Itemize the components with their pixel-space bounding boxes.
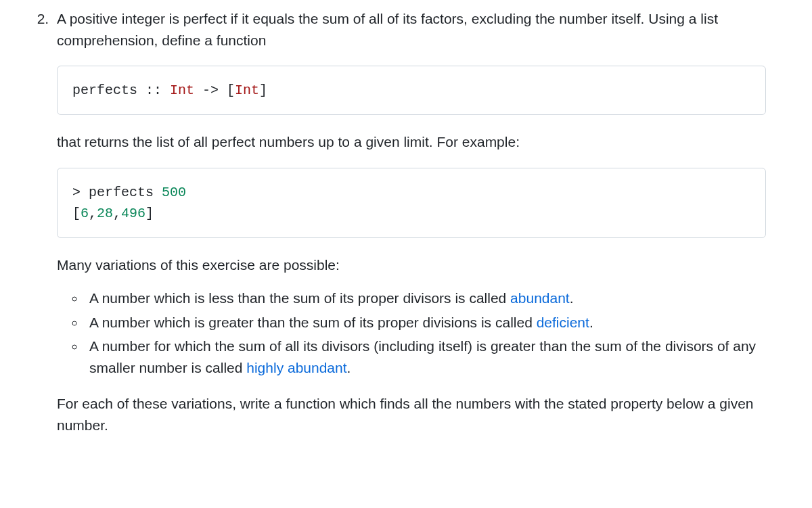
code-number: 6 <box>81 206 89 221</box>
bullet-text: A number which is less than the sum of i… <box>89 290 510 306</box>
code-text: , <box>89 206 97 221</box>
bullet-text: A number which is greater than the sum o… <box>89 315 537 330</box>
intro-paragraph: A positive integer is perfect if it equa… <box>57 8 766 51</box>
code-number: 500 <box>162 185 186 200</box>
bullet-text: . <box>570 290 574 306</box>
list-item: A number which is less than the sum of i… <box>85 287 766 309</box>
outro-paragraph: For each of these variations, write a fu… <box>57 393 766 436</box>
bullet-text: . <box>347 360 351 375</box>
code-block-example: > perfects 500 [6,28,496] <box>57 168 766 238</box>
variations-list: A number which is less than the sum of i… <box>57 287 766 378</box>
exercise-item: A positive integer is perfect if it equa… <box>53 8 812 436</box>
code-text: -> [ <box>194 83 235 98</box>
code-block-signature: perfects :: Int -> [Int] <box>57 66 766 115</box>
bullet-text: . <box>589 315 593 330</box>
list-item: A number for which the sum of all its di… <box>85 336 766 378</box>
code-text: perfects :: <box>72 83 170 98</box>
code-type: Int <box>170 83 194 98</box>
link-abundant[interactable]: abundant <box>510 290 570 306</box>
code-text: > perfects <box>72 185 162 200</box>
link-highly-abundant[interactable]: highly abundant <box>246 360 346 375</box>
page: A positive integer is perfect if it equa… <box>0 0 812 461</box>
code-number: 28 <box>97 206 113 221</box>
code-text: ] <box>145 206 154 221</box>
link-deficient[interactable]: deficient <box>537 315 589 330</box>
bullet-text: A number for which the sum of all its di… <box>89 338 756 375</box>
code-text: ] <box>259 83 267 98</box>
ordered-list: A positive integer is perfect if it equa… <box>0 8 812 436</box>
variations-intro: Many variations of this exercise are pos… <box>57 254 766 276</box>
code-text: [ <box>72 206 81 221</box>
code-text: , <box>113 206 121 221</box>
code-number: 496 <box>121 206 145 221</box>
exercise-content: A positive integer is perfect if it equa… <box>57 8 812 436</box>
mid-paragraph: that returns the list of all perfect num… <box>57 131 766 153</box>
code-type: Int <box>235 83 259 98</box>
list-item: A number which is greater than the sum o… <box>85 312 766 333</box>
